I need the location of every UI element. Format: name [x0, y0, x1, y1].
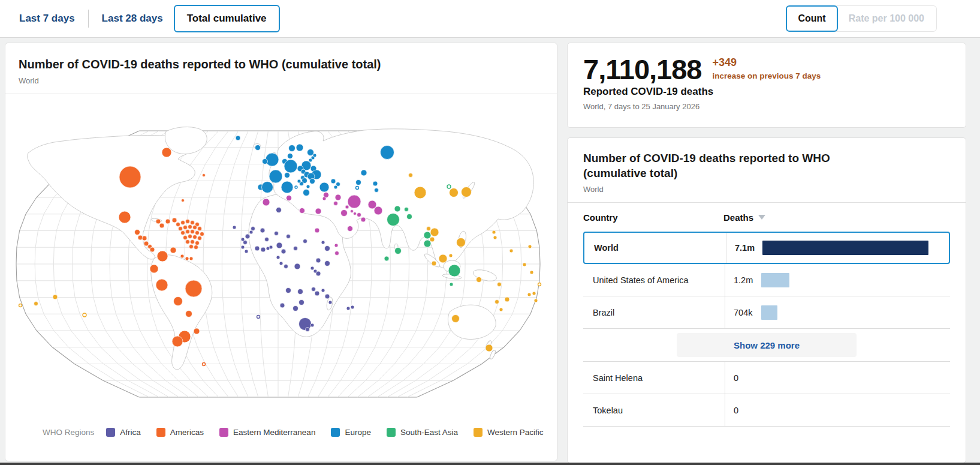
map-bubble-wp[interactable]	[492, 230, 496, 234]
map-bubble-wp[interactable]	[430, 228, 439, 236]
map-bubble-em[interactable]	[335, 194, 341, 200]
map-bubble-af[interactable]	[287, 235, 291, 239]
map-bubble-wp[interactable]	[462, 187, 472, 197]
map-bubble-eu[interactable]	[269, 170, 282, 183]
map-bubble-eu[interactable]	[319, 182, 329, 192]
map-bubble-am[interactable]	[194, 328, 200, 334]
map-bubble-eu[interactable]	[356, 180, 361, 185]
map-bubble-se[interactable]	[384, 256, 389, 261]
map-bubble-wp[interactable]	[439, 254, 447, 263]
map-bubble-af[interactable]	[249, 230, 253, 234]
map-bubble-wp[interactable]	[427, 227, 431, 231]
map-bubble-wp[interactable]	[450, 188, 459, 197]
map-bubble-eu[interactable]	[356, 187, 359, 190]
map-bubble-af[interactable]	[284, 265, 288, 269]
map-bubble-am[interactable]	[198, 227, 202, 231]
map-bubble-am[interactable]	[183, 226, 188, 230]
column-header-deaths[interactable]: Deaths	[715, 212, 950, 223]
map-bubble-eu[interactable]	[281, 181, 293, 193]
map-bubble-am[interactable]	[186, 311, 192, 317]
map-bubble-eu[interactable]	[255, 145, 261, 151]
map-bubble-am[interactable]	[172, 336, 183, 347]
tab-total-cumulative[interactable]: Total cumulative	[174, 5, 280, 32]
toggle-count-button[interactable]: Count	[786, 5, 837, 32]
map-bubble-em[interactable]	[345, 205, 349, 209]
map-bubble-af[interactable]	[312, 287, 316, 292]
map-bubble-am[interactable]	[195, 231, 200, 235]
map-bubble-wp[interactable]	[532, 292, 536, 295]
map-bubble-af[interactable]	[325, 294, 330, 299]
map-bubble-am[interactable]	[162, 148, 171, 157]
map-bubble-am[interactable]	[142, 236, 147, 241]
map-bubble-af[interactable]	[325, 246, 330, 251]
map-bubble-se[interactable]	[424, 240, 431, 247]
map-bubble-am[interactable]	[188, 225, 192, 229]
map-bubble-em[interactable]	[348, 226, 353, 232]
map-bubble-se[interactable]	[448, 265, 460, 277]
map-bubble-eu[interactable]	[313, 154, 316, 157]
map-bubble-wp[interactable]	[495, 300, 499, 304]
map-bubble-af[interactable]	[265, 238, 269, 242]
map-bubble-am[interactable]	[165, 219, 170, 224]
map-bubble-am[interactable]	[191, 230, 195, 234]
map-bubble-af[interactable]	[233, 226, 236, 229]
map-bubble-eu[interactable]	[285, 173, 290, 178]
map-bubble-eu[interactable]	[306, 185, 310, 188]
map-bubble-am[interactable]	[189, 257, 193, 260]
map-bubble-se[interactable]	[395, 248, 402, 254]
map-bubble-eu[interactable]	[307, 149, 314, 156]
map-bubble-af[interactable]	[346, 307, 350, 310]
world-map[interactable]	[5, 95, 557, 407]
map-bubble-af[interactable]	[276, 242, 282, 248]
map-bubble-af[interactable]	[325, 261, 330, 266]
map-bubble-em[interactable]	[351, 210, 354, 213]
map-bubble-am[interactable]	[156, 219, 161, 224]
map-bubble-af[interactable]	[315, 291, 319, 296]
map-bubble-eu[interactable]	[296, 144, 303, 151]
map-bubble-am[interactable]	[191, 240, 195, 244]
map-bubble-am[interactable]	[194, 245, 198, 250]
map-bubble-wp[interactable]	[538, 283, 541, 286]
map-bubble-eu[interactable]	[289, 145, 295, 152]
tab-last-7-days[interactable]: Last 7 days	[8, 5, 86, 32]
map-bubble-am[interactable]	[119, 211, 131, 223]
map-bubble-wp[interactable]	[497, 283, 502, 287]
map-bubble-af[interactable]	[303, 239, 307, 244]
toggle-rate-button[interactable]: Rate per 100 000	[834, 5, 937, 32]
map-bubble-af[interactable]	[298, 289, 303, 295]
map-bubble-wp[interactable]	[34, 302, 38, 306]
map-bubble-em[interactable]	[348, 195, 361, 208]
map-bubble-af[interactable]	[276, 256, 280, 259]
map-bubble-af[interactable]	[316, 258, 321, 263]
map-bubble-wp[interactable]	[19, 304, 22, 307]
map-bubble-eu[interactable]	[262, 182, 273, 193]
map-bubble-wp[interactable]	[409, 173, 413, 178]
map-bubble-am[interactable]	[179, 227, 183, 231]
map-bubble-wp[interactable]	[530, 271, 533, 274]
map-bubble-af[interactable]	[306, 328, 310, 332]
map-bubble-em[interactable]	[315, 208, 321, 214]
map-bubble-am[interactable]	[195, 241, 200, 245]
map-bubble-am[interactable]	[172, 218, 177, 223]
map-bubble-af[interactable]	[299, 300, 304, 305]
map-bubble-af[interactable]	[269, 245, 273, 249]
map-bubble-wp[interactable]	[499, 308, 503, 311]
map-bubble-em[interactable]	[335, 251, 339, 256]
map-bubble-am[interactable]	[203, 174, 206, 177]
map-bubble-eu[interactable]	[297, 179, 301, 183]
map-bubble-eu[interactable]	[373, 181, 378, 186]
map-bubble-em[interactable]	[287, 196, 292, 201]
map-bubble-eu[interactable]	[331, 179, 336, 184]
map-bubble-am[interactable]	[156, 279, 168, 291]
map-bubble-af[interactable]	[328, 301, 332, 304]
map-bubble-am[interactable]	[185, 257, 189, 260]
map-bubble-am[interactable]	[185, 280, 202, 297]
map-bubble-em[interactable]	[357, 213, 361, 217]
map-bubble-eu[interactable]	[295, 186, 297, 188]
map-bubble-em[interactable]	[334, 244, 338, 247]
map-bubble-eu[interactable]	[266, 153, 279, 166]
table-row-brazil[interactable]: Brazil704k	[583, 296, 950, 329]
map-bubble-em[interactable]	[300, 208, 305, 214]
map-bubble-eu[interactable]	[288, 154, 293, 159]
map-bubble-am[interactable]	[183, 236, 188, 240]
